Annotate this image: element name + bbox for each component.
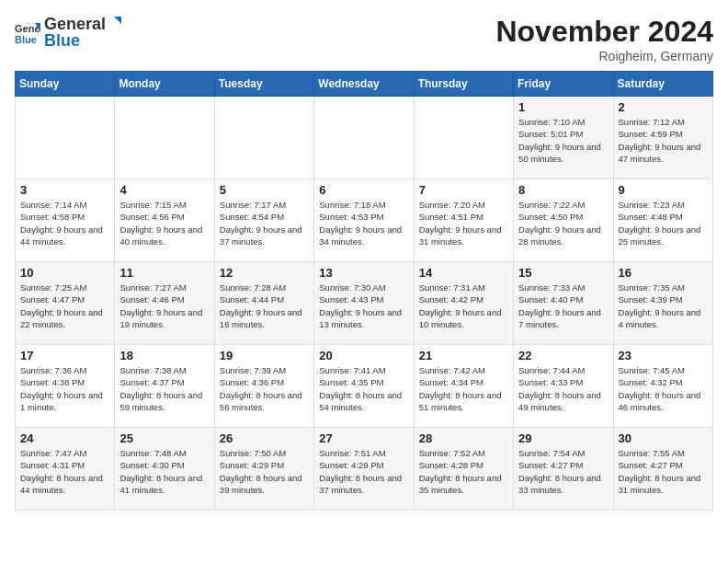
calendar-day-cell: 22Sunrise: 7:44 AM Sunset: 4:33 PM Dayli… — [514, 345, 613, 428]
logo-blue: Blue — [44, 31, 80, 50]
svg-marker-3 — [114, 17, 121, 24]
day-number: 20 — [319, 349, 408, 362]
calendar-day-cell — [214, 97, 313, 179]
calendar-week-row: 1Sunrise: 7:10 AM Sunset: 5:01 PM Daylig… — [16, 97, 713, 179]
day-number: 11 — [119, 266, 209, 280]
day-info: Sunrise: 7:39 AM Sunset: 4:36 PM Dayligh… — [220, 364, 309, 413]
calendar-day-cell — [115, 97, 214, 179]
day-of-week-header: Friday — [514, 72, 613, 97]
day-info: Sunrise: 7:55 AM Sunset: 4:27 PM Dayligh… — [619, 447, 708, 496]
day-number: 9 — [619, 183, 708, 197]
calendar-week-row: 3Sunrise: 7:14 AM Sunset: 4:58 PM Daylig… — [16, 179, 713, 262]
logo-icon: General Blue — [15, 19, 40, 45]
calendar-day-cell: 15Sunrise: 7:33 AM Sunset: 4:40 PM Dayli… — [514, 262, 613, 345]
day-number: 15 — [518, 266, 608, 280]
day-number: 23 — [619, 349, 708, 362]
calendar-week-row: 24Sunrise: 7:47 AM Sunset: 4:31 PM Dayli… — [16, 428, 713, 511]
logo-general: General — [44, 16, 106, 32]
day-of-week-header: Tuesday — [214, 72, 313, 97]
day-info: Sunrise: 7:10 AM Sunset: 5:01 PM Dayligh… — [518, 116, 608, 165]
svg-text:Blue: Blue — [15, 34, 37, 45]
day-info: Sunrise: 7:35 AM Sunset: 4:39 PM Dayligh… — [619, 282, 708, 330]
calendar-day-cell: 3Sunrise: 7:14 AM Sunset: 4:58 PM Daylig… — [16, 179, 115, 262]
day-of-week-header: Saturday — [613, 72, 712, 97]
day-info: Sunrise: 7:31 AM Sunset: 4:42 PM Dayligh… — [419, 282, 508, 330]
day-number: 24 — [20, 431, 109, 445]
day-info: Sunrise: 7:44 AM Sunset: 4:33 PM Dayligh… — [518, 364, 608, 413]
day-info: Sunrise: 7:38 AM Sunset: 4:37 PM Dayligh… — [119, 364, 209, 413]
calendar-day-cell — [16, 97, 115, 179]
day-number: 29 — [518, 431, 608, 445]
calendar-day-cell: 26Sunrise: 7:50 AM Sunset: 4:29 PM Dayli… — [214, 428, 313, 511]
calendar-day-cell: 12Sunrise: 7:28 AM Sunset: 4:44 PM Dayli… — [214, 262, 313, 345]
day-info: Sunrise: 7:14 AM Sunset: 4:58 PM Dayligh… — [20, 199, 109, 247]
day-info: Sunrise: 7:22 AM Sunset: 4:50 PM Dayligh… — [518, 199, 608, 247]
day-number: 6 — [319, 183, 408, 197]
calendar-day-cell: 28Sunrise: 7:52 AM Sunset: 4:28 PM Dayli… — [414, 428, 513, 511]
calendar-day-cell: 18Sunrise: 7:38 AM Sunset: 4:37 PM Dayli… — [115, 345, 214, 428]
day-info: Sunrise: 7:12 AM Sunset: 4:59 PM Dayligh… — [619, 116, 708, 165]
calendar-day-cell: 20Sunrise: 7:41 AM Sunset: 4:35 PM Dayli… — [314, 345, 414, 428]
day-number: 3 — [20, 183, 109, 197]
day-number: 26 — [220, 431, 309, 445]
calendar-day-cell: 11Sunrise: 7:27 AM Sunset: 4:46 PM Dayli… — [115, 262, 214, 345]
day-number: 16 — [619, 266, 708, 280]
day-info: Sunrise: 7:28 AM Sunset: 4:44 PM Dayligh… — [220, 282, 309, 330]
logo: General Blue General Blue — [15, 15, 122, 50]
calendar-day-cell: 8Sunrise: 7:22 AM Sunset: 4:50 PM Daylig… — [514, 179, 613, 262]
day-number: 22 — [518, 349, 608, 362]
day-info: Sunrise: 7:15 AM Sunset: 4:56 PM Dayligh… — [119, 199, 209, 247]
day-number: 7 — [419, 183, 508, 197]
day-info: Sunrise: 7:17 AM Sunset: 4:54 PM Dayligh… — [220, 199, 309, 247]
day-info: Sunrise: 7:47 AM Sunset: 4:31 PM Dayligh… — [20, 447, 109, 496]
day-number: 12 — [220, 266, 309, 280]
calendar-week-row: 10Sunrise: 7:25 AM Sunset: 4:47 PM Dayli… — [16, 262, 713, 345]
calendar-day-cell: 5Sunrise: 7:17 AM Sunset: 4:54 PM Daylig… — [214, 179, 313, 262]
calendar-day-cell: 27Sunrise: 7:51 AM Sunset: 4:29 PM Dayli… — [314, 428, 414, 511]
calendar-day-cell — [414, 97, 513, 179]
calendar-day-cell: 30Sunrise: 7:55 AM Sunset: 4:27 PM Dayli… — [613, 428, 712, 511]
calendar-week-row: 17Sunrise: 7:36 AM Sunset: 4:38 PM Dayli… — [16, 345, 713, 428]
calendar-day-cell: 7Sunrise: 7:20 AM Sunset: 4:51 PM Daylig… — [414, 179, 513, 262]
calendar-day-cell: 14Sunrise: 7:31 AM Sunset: 4:42 PM Dayli… — [414, 262, 513, 345]
day-info: Sunrise: 7:36 AM Sunset: 4:38 PM Dayligh… — [20, 364, 109, 413]
title-area: November 2024 Roigheim, Germany — [495, 15, 713, 63]
calendar-day-cell: 29Sunrise: 7:54 AM Sunset: 4:27 PM Dayli… — [514, 428, 613, 511]
day-info: Sunrise: 7:27 AM Sunset: 4:46 PM Dayligh… — [119, 282, 209, 330]
day-info: Sunrise: 7:51 AM Sunset: 4:29 PM Dayligh… — [319, 447, 408, 496]
calendar-day-cell: 1Sunrise: 7:10 AM Sunset: 5:01 PM Daylig… — [514, 97, 613, 179]
logo-arrow-icon — [107, 15, 121, 29]
calendar-day-cell: 9Sunrise: 7:23 AM Sunset: 4:48 PM Daylig… — [613, 179, 712, 262]
calendar-day-cell: 13Sunrise: 7:30 AM Sunset: 4:43 PM Dayli… — [314, 262, 414, 345]
calendar-header-row: SundayMondayTuesdayWednesdayThursdayFrid… — [16, 72, 713, 97]
calendar-day-cell: 25Sunrise: 7:48 AM Sunset: 4:30 PM Dayli… — [115, 428, 214, 511]
calendar-day-cell: 23Sunrise: 7:45 AM Sunset: 4:32 PM Dayli… — [613, 345, 712, 428]
day-number: 10 — [20, 266, 109, 280]
day-info: Sunrise: 7:41 AM Sunset: 4:35 PM Dayligh… — [319, 364, 408, 413]
location-subtitle: Roigheim, Germany — [495, 49, 713, 63]
day-info: Sunrise: 7:48 AM Sunset: 4:30 PM Dayligh… — [119, 447, 209, 496]
day-of-week-header: Thursday — [414, 72, 513, 97]
calendar-day-cell: 17Sunrise: 7:36 AM Sunset: 4:38 PM Dayli… — [16, 345, 115, 428]
calendar-day-cell: 21Sunrise: 7:42 AM Sunset: 4:34 PM Dayli… — [414, 345, 513, 428]
day-of-week-header: Monday — [115, 72, 214, 97]
day-number: 8 — [518, 183, 608, 197]
day-info: Sunrise: 7:54 AM Sunset: 4:27 PM Dayligh… — [518, 447, 608, 496]
day-info: Sunrise: 7:52 AM Sunset: 4:28 PM Dayligh… — [419, 447, 508, 496]
day-number: 27 — [319, 431, 408, 445]
day-number: 21 — [419, 349, 508, 362]
calendar-day-cell: 2Sunrise: 7:12 AM Sunset: 4:59 PM Daylig… — [613, 97, 712, 179]
day-number: 4 — [119, 183, 209, 197]
calendar-day-cell: 4Sunrise: 7:15 AM Sunset: 4:56 PM Daylig… — [115, 179, 214, 262]
calendar-day-cell: 6Sunrise: 7:18 AM Sunset: 4:53 PM Daylig… — [314, 179, 414, 262]
calendar-day-cell: 19Sunrise: 7:39 AM Sunset: 4:36 PM Dayli… — [214, 345, 313, 428]
calendar-day-cell: 16Sunrise: 7:35 AM Sunset: 4:39 PM Dayli… — [613, 262, 712, 345]
day-number: 17 — [20, 349, 109, 362]
calendar-day-cell: 24Sunrise: 7:47 AM Sunset: 4:31 PM Dayli… — [16, 428, 115, 511]
month-title: November 2024 — [495, 15, 713, 49]
day-of-week-header: Wednesday — [314, 72, 414, 97]
day-number: 25 — [119, 431, 209, 445]
calendar-body: 1Sunrise: 7:10 AM Sunset: 5:01 PM Daylig… — [16, 97, 713, 511]
day-info: Sunrise: 7:33 AM Sunset: 4:40 PM Dayligh… — [518, 282, 608, 330]
calendar-day-cell — [314, 97, 414, 179]
